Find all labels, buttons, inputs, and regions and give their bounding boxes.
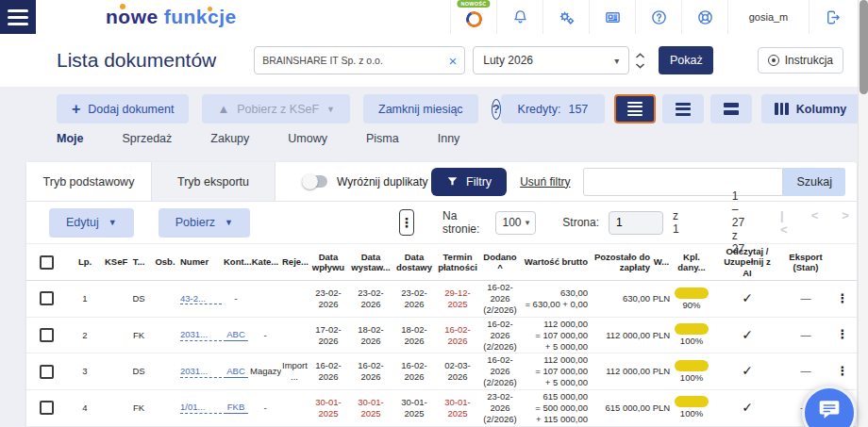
chevron-down-icon: ▼ (225, 218, 233, 227)
cell-kpl: 100% (672, 322, 711, 348)
tab-umowy[interactable]: Umowy (288, 132, 327, 151)
page-number-input[interactable] (609, 211, 663, 235)
row-menu-button[interactable]: ⋮ (829, 327, 856, 342)
cell-wystaw: 23-02-2026 (349, 287, 392, 311)
gears-icon (558, 8, 576, 26)
ai-check-icon: ✓ (712, 400, 782, 417)
download-dropdown-button[interactable]: Pobierz ▼ (159, 208, 250, 238)
col-header-ai: Odczytaj / Uzupełnij z AI (711, 244, 783, 280)
cell-reje (281, 407, 308, 409)
play-record-icon (768, 55, 779, 66)
help-button[interactable] (635, 0, 681, 34)
chevron-down-icon: ▾ (526, 218, 530, 227)
document-number-link[interactable]: 43-2... (180, 293, 222, 305)
cell-ksef (104, 370, 126, 372)
col-header-dodano: Dodano ^ (479, 250, 521, 275)
support-button[interactable] (681, 0, 727, 34)
cell-brutto: 630,00= 630,00 + 0,00 (521, 287, 589, 311)
month-prev-button[interactable] (635, 53, 645, 58)
close-month-button[interactable]: Zamknij miesiąc (363, 94, 478, 123)
help-circle-button[interactable]: ? (492, 99, 501, 120)
cell-sel (26, 327, 66, 343)
cell-dostawy: 30-01-2025 (392, 396, 436, 420)
feature-ring-icon (463, 9, 484, 30)
remove-filters-link[interactable]: Usuń filtry (520, 175, 570, 189)
tab-moje[interactable]: Moje (57, 132, 83, 151)
show-button[interactable]: Pokaż (659, 46, 713, 74)
row-checkbox[interactable] (40, 401, 54, 415)
cell-typ: DS (126, 365, 151, 378)
navbar-icons: NOWOŚĆ (450, 0, 855, 34)
app-page: nowefunkcje NOWOŚĆ (0, 0, 868, 427)
tab-inny[interactable]: Inny (438, 132, 460, 151)
document-number-link[interactable]: 2031... (180, 366, 222, 378)
cell-sel (26, 400, 66, 416)
table-row: 3DS2031...ABCMagazynImport ...16-02-2026… (26, 353, 857, 390)
prev-page-button[interactable]: < (811, 208, 818, 237)
first-page-button[interactable]: |< (780, 208, 787, 237)
filters-button[interactable]: Filtry (431, 168, 507, 196)
edit-dropdown-button[interactable]: Edytuj ▼ (49, 208, 134, 238)
view-compact-button[interactable] (614, 94, 656, 123)
total-pages: z 1 (673, 209, 679, 236)
document-number-link[interactable]: 2031... (180, 329, 222, 341)
add-document-button[interactable]: + Dodaj dokument (57, 94, 189, 123)
cell-kate (249, 298, 281, 300)
duplicates-toggle-wrap: Wyróżnij duplikaty (302, 162, 428, 201)
pagination-arrows: |< < > >| (780, 208, 868, 237)
month-next-button[interactable] (635, 63, 645, 69)
page-scrollbar[interactable] (858, 0, 868, 427)
row-menu-button[interactable]: ⋮ (829, 364, 856, 379)
view-density-toggle (614, 94, 752, 123)
scrollbar-thumb[interactable] (860, 0, 868, 94)
tab-basic-mode[interactable]: Tryb podstawowy (26, 162, 151, 201)
tab-zakupy[interactable]: Zakupy (210, 132, 249, 151)
per-page-select[interactable]: 100 ▾ (495, 211, 536, 235)
columns-button[interactable]: Kolumny (761, 94, 860, 123)
row-checkbox[interactable] (40, 365, 54, 379)
instruction-button[interactable]: Instrukcja (758, 47, 843, 74)
search-button[interactable]: Szukaj (783, 168, 845, 196)
cell-termin: 02-03-2026 (436, 359, 479, 384)
view-medium-button[interactable] (662, 94, 704, 123)
export-state-dash: — (784, 365, 827, 378)
news-feature-button[interactable]: NOWOŚĆ (450, 0, 496, 34)
settings-button[interactable] (542, 0, 589, 34)
logout-button[interactable] (809, 0, 855, 34)
search-input[interactable] (583, 168, 783, 196)
plus-icon: + (72, 101, 80, 118)
cell-kont: ABC (223, 328, 249, 342)
contractor-link[interactable]: FKB (224, 402, 248, 414)
credits-button[interactable]: Kredyty: 157 (501, 94, 606, 123)
hamburger-menu-button[interactable] (0, 0, 36, 34)
tab-sprzedaż[interactable]: Sprzedaż (122, 132, 172, 151)
company-filter-input[interactable]: BRAINSHARE IT Sp. z o.o. × (254, 46, 465, 74)
list-options-button[interactable]: ⋮ (399, 209, 414, 236)
row-checkbox[interactable] (40, 328, 54, 342)
contractor-link[interactable]: ABC (224, 329, 248, 341)
month-select[interactable]: Luty 2026 ▾ (473, 46, 629, 74)
page-header: Lista dokumentów BRAINSHARE IT Sp. z o.o… (0, 34, 868, 87)
select-all-checkbox[interactable] (40, 255, 54, 270)
row-menu-button[interactable]: ⋮ (829, 291, 856, 306)
completeness-bar (675, 396, 709, 407)
tab-export-mode[interactable]: Tryb eksportu (151, 162, 275, 201)
news-button[interactable] (589, 0, 635, 34)
tab-pisma[interactable]: Pisma (366, 132, 399, 151)
view-wide-button[interactable] (710, 94, 752, 123)
col-header-menu (828, 260, 857, 264)
clear-company-icon[interactable]: × (449, 54, 458, 68)
cell-pozostalo: 112 000,00 (589, 365, 651, 378)
cell-reje: Import ... (281, 359, 308, 384)
highlight-duplicates-toggle[interactable] (302, 175, 327, 188)
notifications-button[interactable] (496, 0, 542, 34)
contractor-link[interactable]: ABC (224, 366, 248, 378)
document-number-link[interactable]: 1/01... (180, 402, 222, 414)
cell-kpl: 100% (672, 359, 711, 385)
user-menu[interactable]: gosia_m (727, 0, 809, 34)
question-circle-icon (650, 8, 668, 26)
next-page-button[interactable]: > (842, 208, 848, 237)
row-checkbox[interactable] (40, 291, 54, 305)
col-header-pozostalo: Pozostało do zapłaty (589, 250, 651, 275)
ksef-download-button[interactable]: ▲ Pobierz z KSeF ▼ (202, 94, 350, 123)
